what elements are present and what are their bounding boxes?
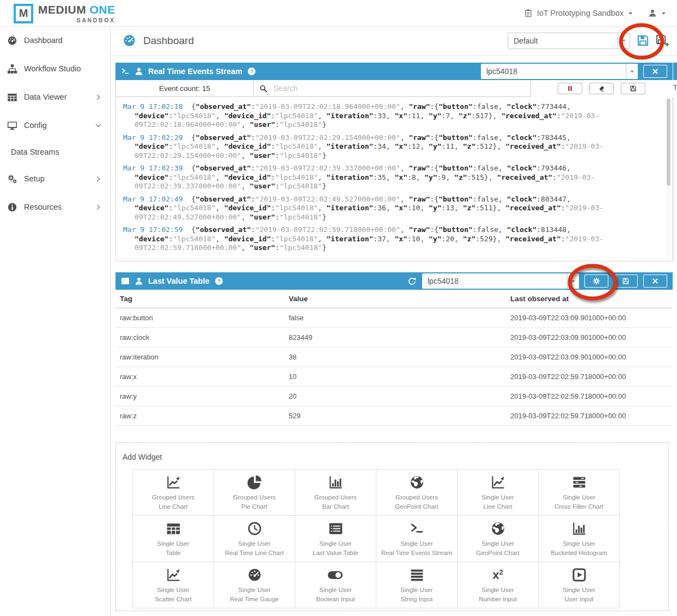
sidebar-item-resources[interactable]: Resources: [0, 193, 110, 221]
column-header-value: Value: [284, 290, 506, 308]
events-user-filter-input[interactable]: [481, 64, 626, 79]
add-widget-grouped-users-pie-chart[interactable]: Grouped UsersPie Chart: [214, 469, 295, 516]
events-clear-button[interactable]: [589, 83, 614, 94]
widget-item-scope: Single User: [157, 539, 189, 548]
widget-item-type: Pie Chart: [241, 502, 267, 511]
widget-item-scope: Single User: [400, 539, 432, 548]
caret-down-icon: [628, 11, 633, 16]
add-widget-single-user-scatter-chart[interactable]: Single UserScatter Chart: [133, 562, 214, 608]
column-header-last-observed-at: Last observed at: [506, 290, 673, 308]
last-value-user-filter-input[interactable]: [422, 273, 567, 289]
add-widget-title: Add Widget: [123, 453, 162, 461]
events-user-filter: [481, 64, 638, 79]
widget-item-type: Line Chart: [483, 502, 512, 511]
chevron-right-icon: [95, 176, 101, 182]
add-widget-grouped-users-geopoint-chart[interactable]: Grouped UsersGeoPoint Chart: [376, 469, 458, 516]
last-value-table-body: raw:buttonfalse2019-03-09T22:03:09.90100…: [115, 308, 673, 426]
save-dashboard-button[interactable]: [636, 34, 650, 47]
last-value-save-button[interactable]: [614, 275, 638, 288]
sidebar-item-config[interactable]: Config: [0, 111, 110, 139]
last-value-widget-title: Last Value Table: [148, 277, 210, 285]
last-value-table: TagValueLast observed at raw:buttonfalse…: [115, 290, 673, 426]
help-icon[interactable]: ?: [247, 67, 256, 76]
events-pause-button[interactable]: [558, 83, 582, 94]
last-value-close-button[interactable]: [643, 275, 667, 288]
add-widget-single-user-string-input[interactable]: Single UserString Input: [376, 562, 458, 608]
sidebar-item-label: Config: [24, 121, 47, 130]
events-log-scrollbar[interactable]: [667, 99, 670, 259]
sidebar-item-data-streams[interactable]: Data Streams: [0, 139, 110, 164]
chevron-down-icon: [95, 123, 101, 129]
list-icon: [121, 277, 130, 285]
events-save-button[interactable]: [621, 83, 645, 94]
add-widget-single-user-line-chart[interactable]: Single UserLine Chart: [458, 469, 539, 516]
last-value-user-filter-caret[interactable]: [567, 273, 579, 289]
add-widget-single-user-cross-filter-chart[interactable]: Single UserCross Filter Chart: [539, 469, 620, 516]
log-entry: Mar 9 17:02:49 {"observed_at":"2019-03-0…: [123, 195, 652, 222]
widget-item-scope: Single User: [563, 493, 595, 502]
table-icon: [5, 92, 19, 102]
last-value-refresh-button[interactable]: [407, 277, 417, 286]
widget-item-type: GeoPoint Chart: [476, 548, 519, 558]
add-widget-single-user-real-time-gauge[interactable]: Single UserReal Time Gauge: [214, 562, 295, 608]
sandbox-name: IoT Prototyping Sandbox: [537, 9, 624, 17]
sidebar-item-dashboard[interactable]: Dashboard: [0, 26, 110, 54]
widget-item-scope: Grouped Users: [395, 493, 438, 502]
sidebar-item-data-viewer[interactable]: Data Viewer: [0, 83, 110, 111]
sandbox-switcher[interactable]: IoT Prototyping Sandbox: [524, 9, 633, 17]
widget-item-scope: Single User: [563, 585, 595, 595]
add-widget-single-user-real-time-events-stream[interactable]: Single UserReal Time Events Stream: [376, 516, 458, 562]
add-widget-grouped-users-line-chart[interactable]: Grouped UsersLine Chart: [133, 469, 214, 516]
table-icon: [166, 520, 181, 538]
widget-item-type: Scatter Chart: [155, 595, 192, 604]
events-log: Mar 9 17:02:18 {"observed_at":"2019-03-0…: [115, 97, 673, 261]
add-widget-single-user-last-value-table[interactable]: Single UserLast Value Table: [295, 516, 376, 562]
user-menu[interactable]: [648, 9, 666, 17]
sidebar-item-workflow-studio[interactable]: Workflow Studio: [0, 54, 110, 83]
table-cell: false: [284, 308, 506, 328]
add-widget-single-user-number-input[interactable]: x2Single UserNumber Input: [458, 562, 539, 608]
widget-item-type: Table: [166, 548, 181, 558]
table-cell: 2019-03-09T22:02:59.718000+00:00: [506, 406, 673, 426]
add-widget-single-user-real-time-line-chart[interactable]: Single UserReal Time Line Chart: [214, 516, 295, 562]
sidebar-item-label: Workflow Studio: [24, 64, 81, 73]
events-user-filter-caret[interactable]: [626, 64, 638, 79]
add-widget-single-user-geopoint-chart[interactable]: Single UserGeoPoint Chart: [458, 516, 539, 562]
table-cell: 2019-03-09T22:03:09.901000+00:00: [506, 347, 673, 367]
last-value-settings-button[interactable]: [584, 275, 608, 288]
save-dashboard-as-new-button[interactable]: [656, 34, 669, 47]
widget-item-scope: Single User: [400, 585, 432, 595]
add-widget-grouped-users-bar-chart[interactable]: Grouped UsersBar Chart: [295, 469, 376, 516]
cropped-widget-border-sliver: [673, 97, 674, 261]
table-row: raw:iteration382019-03-09T22:03:09.90100…: [115, 347, 673, 367]
bars-icon: [410, 566, 424, 584]
add-widget-single-user-table[interactable]: Single UserTable: [133, 516, 214, 562]
real-time-events-stream-widget: Real Time Events Stream ? Event count: 1…: [115, 63, 673, 261]
app: M MEDIUM ONE SANDBOX IoT Prototyping San…: [0, 0, 677, 616]
dashboard-select-input[interactable]: [508, 33, 618, 48]
widget-item-type: Last Value Table: [313, 548, 358, 558]
globe-icon: [491, 520, 505, 538]
widget-item-scope: Single User: [238, 539, 270, 548]
add-widget-panel: Add Widget Grouped UsersLine ChartGroupe…: [115, 442, 669, 611]
sidebar: DashboardWorkflow StudioData ViewerConfi…: [0, 26, 111, 616]
table-cell: 10: [284, 367, 506, 387]
widget-item-scope: Single User: [481, 585, 514, 595]
events-close-button[interactable]: [643, 65, 667, 78]
cross-filter-icon: [572, 474, 587, 491]
events-log-scrollbar-thumb[interactable]: [667, 99, 670, 186]
help-icon[interactable]: ?: [215, 277, 223, 285]
last-value-widget-header: Last Value Table ?: [115, 272, 673, 290]
add-widget-single-user-boolean-input[interactable]: Single UserBoolean Input: [295, 562, 376, 608]
events-widget-header: Real Time Events Stream ?: [115, 63, 673, 80]
log-entries: Mar 9 17:02:18 {"observed_at":"2019-03-0…: [123, 102, 652, 253]
sidebar-item-setup[interactable]: Setup: [0, 164, 110, 193]
dashboard-select-caret[interactable]: [618, 33, 630, 48]
events-search: [253, 80, 531, 97]
sidebar-item-label: Setup: [24, 174, 45, 183]
add-widget-single-user-bucketed-histogram[interactable]: Single UserBucketed Histogram: [539, 516, 620, 562]
add-widget-single-user-user-input[interactable]: Single UserUser Input: [539, 562, 620, 608]
events-search-input[interactable]: [272, 83, 525, 93]
globe-icon: [410, 474, 424, 491]
table-cell: raw:x: [115, 367, 284, 387]
